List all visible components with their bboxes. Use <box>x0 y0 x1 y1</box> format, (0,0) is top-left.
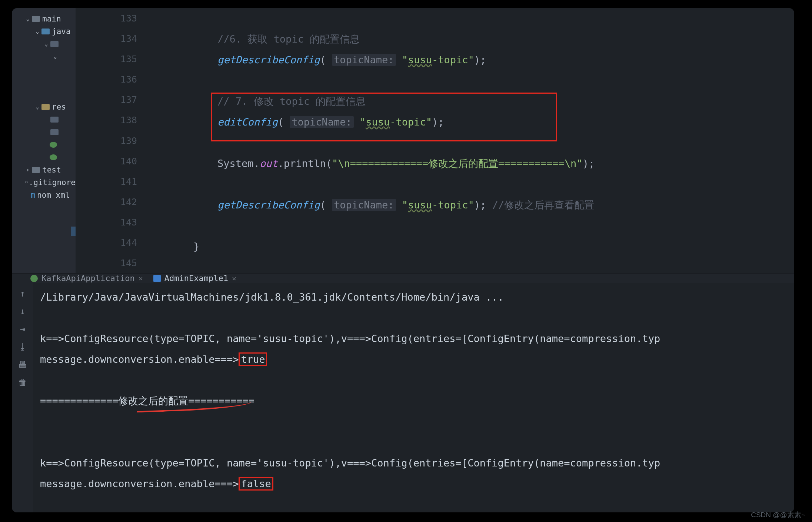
chevron-icon: ⌄ <box>52 53 59 60</box>
line-number: 145 <box>76 253 145 273</box>
code-line: getDescribeConfig( topicName: "susu-topi… <box>145 195 595 215</box>
console-line <box>40 370 788 391</box>
code-line: editConfig( topicName: "susu-topic"); <box>145 112 595 133</box>
folder-icon <box>50 41 59 47</box>
code-line <box>145 8 595 29</box>
tree-item[interactable]: ⌄ <box>12 50 76 63</box>
folder-icon <box>41 29 50 34</box>
console-area: ↑ ↓ ⇥ ⭳ 🖶 🗑 /Library/Java/JavaVirtualMac… <box>12 283 794 512</box>
tree-label: nom xml <box>37 191 70 200</box>
tree-item[interactable] <box>12 76 76 88</box>
tree-item[interactable] <box>12 151 76 164</box>
chevron-icon: ⌄ <box>34 104 41 110</box>
code-line: //6. 获取 topic 的配置信息 <box>145 29 595 50</box>
console-line: k==>ConfigResource(type=TOPIC, name='sus… <box>40 453 788 474</box>
tree-item[interactable]: ◦.gitignore <box>12 176 76 189</box>
tree-item[interactable] <box>12 88 76 101</box>
tab-label: AdminExample1 <box>164 274 228 283</box>
tree-item[interactable]: mnom xml <box>12 189 76 201</box>
code-line <box>145 70 595 91</box>
highlight-true: true <box>239 352 267 366</box>
chevron-icon: ⌄ <box>34 28 41 35</box>
line-number: 141 <box>76 171 145 192</box>
main-area: ⌄main⌄java⌄⌄⌄res›test◦.gitignoremnom xml… <box>12 8 794 273</box>
console-line <box>40 411 788 432</box>
folder-icon <box>32 16 40 22</box>
tree-item[interactable]: ⌄res <box>12 101 76 113</box>
folder-icon <box>50 142 57 148</box>
line-gutter: 133134135136137138139140141142143144145 <box>76 8 145 273</box>
line-number: 135 <box>76 49 145 69</box>
tree-item[interactable]: ›test <box>12 164 76 176</box>
tree-item[interactable]: ⌄main <box>12 13 76 25</box>
folder-icon <box>50 154 57 160</box>
export-icon[interactable]: ⭳ <box>17 342 28 352</box>
console-output[interactable]: /Library/Java/JavaVirtualMachines/jdk1.8… <box>33 283 794 512</box>
chevron-icon: › <box>24 167 31 173</box>
line-number: 137 <box>76 90 145 110</box>
run-tab[interactable]: AdminExample1× <box>153 274 236 283</box>
code-line <box>145 174 595 195</box>
console-line <box>40 432 788 453</box>
folder-icon <box>32 167 40 173</box>
tree-label: test <box>42 165 61 174</box>
tab-label: KafkaApiApplication <box>41 274 135 283</box>
code-line: } <box>145 236 595 257</box>
trash-icon[interactable]: 🗑 <box>17 377 28 388</box>
run-tabs[interactable]: KafkaApiApplication×AdminExample1× <box>12 273 794 283</box>
tree-label: java <box>52 27 71 36</box>
down-icon[interactable]: ↓ <box>17 306 28 317</box>
watermark: CSDN @@素素~ <box>751 510 805 520</box>
gitignore-icon: ◦ <box>24 178 29 187</box>
console-line: message.downconversion.enable===>true <box>40 349 788 370</box>
console-line: k==>ConfigResource(type=TOPIC, name='sus… <box>40 328 788 349</box>
folder-icon <box>50 117 59 123</box>
ide-window: ⌄main⌄java⌄⌄⌄res›test◦.gitignoremnom xml… <box>12 8 794 512</box>
line-number: 136 <box>76 69 145 90</box>
close-icon[interactable]: × <box>232 274 236 283</box>
chevron-icon: ⌄ <box>43 41 50 47</box>
line-number: 143 <box>76 212 145 232</box>
wrap-icon[interactable]: ⇥ <box>17 324 28 334</box>
line-number: 142 <box>76 192 145 212</box>
line-number: 144 <box>76 232 145 253</box>
code-line <box>145 215 595 236</box>
tree-item[interactable] <box>12 138 76 151</box>
selected-file-marker <box>71 227 76 236</box>
project-tree[interactable]: ⌄main⌄java⌄⌄⌄res›test◦.gitignoremnom xml <box>12 8 76 273</box>
tree-label: res <box>52 103 66 111</box>
print-icon[interactable]: 🖶 <box>17 359 28 370</box>
pom-icon: m <box>29 191 37 200</box>
console-line: message.downconversion.enable===>false <box>40 474 788 494</box>
code-editor[interactable]: //6. 获取 topic 的配置信息 getDescribeConfig( t… <box>145 8 794 273</box>
tree-label: .gitignore <box>29 178 76 187</box>
folder-icon <box>50 129 59 135</box>
tab-icon <box>30 275 38 282</box>
tree-item[interactable]: ⌄ <box>12 38 76 50</box>
app-root: ⌄main⌄java⌄⌄⌄res›test◦.gitignoremnom xml… <box>0 0 812 522</box>
tab-icon <box>153 275 161 282</box>
tree-label: main <box>42 14 61 23</box>
console-line: /Library/Java/JavaVirtualMachines/jdk1.8… <box>40 287 788 308</box>
code-line: getDescribeConfig( topicName: "susu-topi… <box>145 50 595 70</box>
tree-item[interactable] <box>12 63 76 76</box>
tree-item[interactable]: ⌄java <box>12 25 76 38</box>
code-line: System.out.println("\n=============修改之后的… <box>145 153 595 174</box>
up-icon[interactable]: ↑ <box>17 288 28 299</box>
code-line <box>145 257 595 273</box>
console-toolbar[interactable]: ↑ ↓ ⇥ ⭳ 🖶 🗑 <box>12 283 33 512</box>
line-number: 134 <box>76 29 145 49</box>
folder-icon <box>41 104 50 110</box>
console-line <box>40 308 788 328</box>
close-icon[interactable]: × <box>139 274 143 283</box>
line-number: 133 <box>76 8 145 29</box>
chevron-icon: ⌄ <box>24 16 31 22</box>
tree-item[interactable] <box>12 126 76 138</box>
line-number: 139 <box>76 130 145 151</box>
code-line: // 7. 修改 topic 的配置信息 <box>145 91 595 112</box>
code-line <box>145 133 595 153</box>
tree-item[interactable] <box>12 113 76 126</box>
line-number: 140 <box>76 151 145 171</box>
run-tab[interactable]: KafkaApiApplication× <box>30 274 143 283</box>
line-number: 138 <box>76 110 145 130</box>
